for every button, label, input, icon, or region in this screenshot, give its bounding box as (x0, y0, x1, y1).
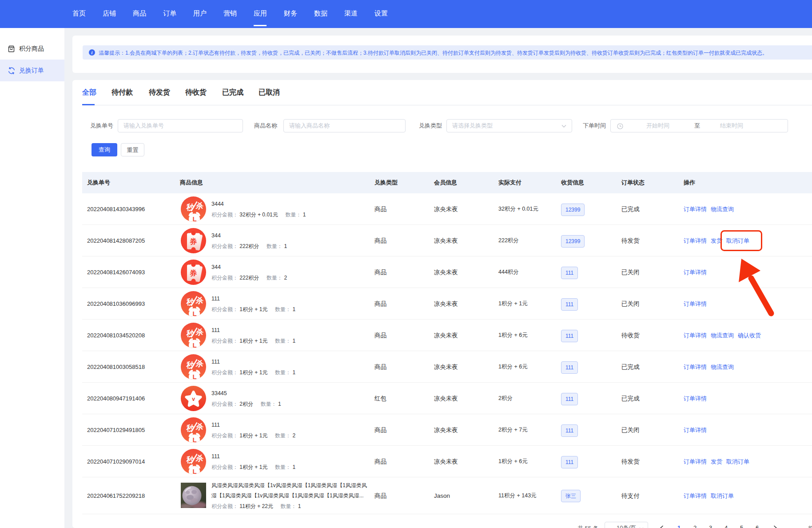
svg-text:v: v (192, 396, 195, 402)
svg-text:券: 券 (190, 269, 197, 277)
svg-text:L: L (192, 341, 196, 348)
svg-text:L: L (192, 215, 196, 222)
svg-text:L: L (192, 373, 196, 380)
svg-text:券: 券 (190, 238, 197, 245)
svg-text:L: L (192, 468, 196, 474)
svg-text:L: L (192, 436, 196, 443)
svg-text:L: L (192, 310, 196, 316)
svg-text:i: i (92, 50, 93, 55)
